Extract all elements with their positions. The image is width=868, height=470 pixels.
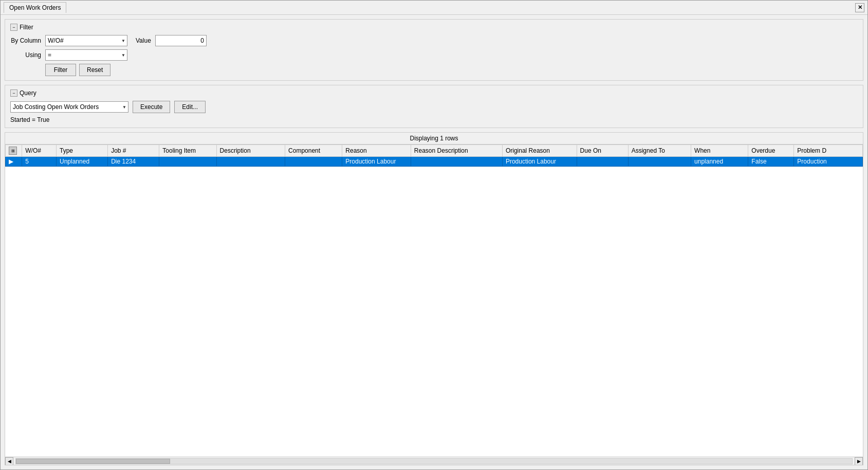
row-indicator-cell: ▶: [6, 157, 22, 167]
col-header-assigned-to[interactable]: Assigned To: [628, 145, 691, 157]
cell-when: unplanned: [691, 157, 748, 167]
col-header-component[interactable]: Component: [285, 145, 342, 157]
cell-type: Unplanned: [57, 157, 108, 167]
title-tab[interactable]: Open Work Orders: [4, 2, 66, 13]
reset-button[interactable]: Reset: [79, 64, 110, 76]
using-row: Using = != < > <= >= contains: [10, 49, 858, 61]
value-label: Value: [136, 37, 151, 44]
filter-collapse-btn[interactable]: −: [10, 24, 17, 31]
scrollbar-thumb[interactable]: [16, 459, 170, 464]
by-column-wrapper: W/O# Type Job # Tooling Item Description…: [45, 35, 127, 46]
using-select[interactable]: = != < > <= >= contains: [45, 49, 127, 61]
query-section: − Query Job Costing Open Work Orders Exe…: [5, 85, 863, 128]
table-container[interactable]: ⊞ W/O# Type Job # Tooling Item Descripti…: [5, 144, 863, 457]
col-header-tooling[interactable]: Tooling Item: [159, 145, 216, 157]
col-header-icon: ⊞: [6, 145, 22, 157]
col-header-wo[interactable]: W/O#: [22, 145, 57, 157]
cell-overdue: False: [748, 157, 794, 167]
table-header-row: ⊞ W/O# Type Job # Tooling Item Descripti…: [6, 145, 863, 157]
value-input[interactable]: [155, 35, 207, 46]
using-wrapper: = != < > <= >= contains: [45, 49, 127, 61]
col-header-job[interactable]: Job #: [108, 145, 159, 157]
horizontal-scrollbar[interactable]: ◀ ▶: [5, 457, 863, 465]
cell-job: Die 1234: [108, 157, 159, 167]
col-header-desc[interactable]: Description: [216, 145, 285, 157]
table-display-info: Displaying 1 rows: [5, 133, 863, 144]
scroll-left-arrow[interactable]: ◀: [5, 457, 13, 465]
cell-description: [216, 157, 285, 167]
query-collapse-btn[interactable]: −: [10, 89, 17, 97]
using-label: Using: [10, 51, 41, 59]
filter-title: Filter: [20, 24, 33, 31]
filter-section: − Filter By Column W/O# Type Job # Tooli…: [5, 19, 863, 81]
cell-reason-desc: [411, 157, 502, 167]
table-body: ▶5UnplannedDie 1234Production LabourProd…: [6, 157, 863, 167]
content-area: − Filter By Column W/O# Type Job # Tooli…: [1, 15, 867, 469]
table-section: Displaying 1 rows ⊞ W/O# Type Job # Tool…: [5, 132, 863, 465]
query-row: Job Costing Open Work Orders Execute Edi…: [10, 101, 858, 113]
filter-button[interactable]: Filter: [45, 64, 76, 76]
cell-original-reason: Production Labour: [502, 157, 577, 167]
cell-wo: 5: [22, 157, 57, 167]
cell-tooling: [159, 157, 216, 167]
query-select-wrapper: Job Costing Open Work Orders: [10, 101, 128, 113]
scroll-right-arrow[interactable]: ▶: [855, 457, 863, 465]
filter-buttons: Filter Reset: [45, 64, 858, 76]
cell-due-on: [577, 157, 628, 167]
by-column-label: By Column: [10, 37, 41, 44]
title-bar-left: Open Work Orders: [4, 2, 66, 13]
query-header: − Query: [10, 89, 858, 97]
col-header-problem-d[interactable]: Problem D: [794, 145, 863, 157]
cell-component: [285, 157, 342, 167]
cell-problem-d: Production: [794, 157, 863, 167]
col-header-original-reason[interactable]: Original Reason: [502, 145, 577, 157]
edit-button[interactable]: Edit...: [174, 101, 206, 113]
col-header-due-on[interactable]: Due On: [577, 145, 628, 157]
close-button[interactable]: ✕: [855, 3, 864, 12]
table-row[interactable]: ▶5UnplannedDie 1234Production LabourProd…: [6, 157, 863, 167]
by-column-select[interactable]: W/O# Type Job # Tooling Item Description…: [45, 35, 127, 46]
filter-header: − Filter: [10, 24, 858, 31]
col-header-when[interactable]: When: [691, 145, 748, 157]
by-column-row: By Column W/O# Type Job # Tooling Item D…: [10, 35, 858, 46]
query-info: Started = True: [10, 116, 858, 123]
col-header-overdue[interactable]: Overdue: [748, 145, 794, 157]
main-window: Open Work Orders ✕ − Filter By Column W/…: [0, 0, 868, 470]
scrollbar-track[interactable]: [15, 458, 853, 464]
cell-reason: Production Labour: [342, 157, 411, 167]
col-header-reason-desc[interactable]: Reason Description: [411, 145, 502, 157]
col-header-reason[interactable]: Reason: [342, 145, 411, 157]
col-header-type[interactable]: Type: [57, 145, 108, 157]
query-title: Query: [20, 89, 36, 97]
grid-icon: ⊞: [9, 147, 17, 155]
execute-button[interactable]: Execute: [133, 101, 170, 113]
title-bar: Open Work Orders ✕: [1, 1, 867, 15]
query-select[interactable]: Job Costing Open Work Orders: [10, 101, 128, 113]
cell-assigned-to: [628, 157, 691, 167]
data-table: ⊞ W/O# Type Job # Tooling Item Descripti…: [5, 144, 863, 167]
